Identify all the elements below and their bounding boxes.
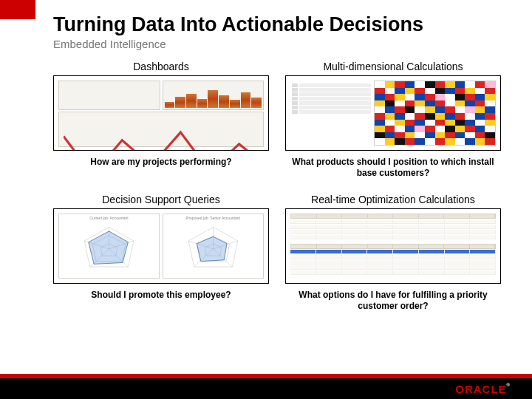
realtime-panel [285,208,501,284]
heatmap-icon [374,81,496,146]
multidimensional-panel [285,75,501,151]
quadrant-dashboards: Dashboards [53,61,269,189]
footer-bar: ORACLE® [0,378,532,399]
table-header-icon [290,214,496,219]
radar-chart-icon [61,222,157,276]
brand-red-block [0,0,35,19]
quadrant-question: Should I promote this employee? [53,290,269,301]
radar-left-label: Current job: Accountant [61,216,157,222]
oracle-logo-text: ORACLE [455,383,506,395]
decision-support-panel: Current job: Accountant [53,208,269,284]
radar-chart-icon [165,222,262,276]
table-row-selected [290,250,496,254]
oracle-logo: ORACLE® [455,383,510,395]
quadrant-multidimensional: Multi-dimensional Calculations [285,61,501,189]
quadrant-heading: Dashboards [53,61,269,72]
quadrant-question: What options do I have for fulfilling a … [285,290,501,312]
svg-marker-8 [89,231,129,264]
quadrant-heading: Decision Support Queries [53,194,269,205]
quadrant-question: How are my projects performing? [53,157,269,168]
quadrant-heading: Real-time Optimization Calculations [285,194,501,205]
slide-subtitle: Embedded Intelligence [53,38,501,50]
quadrant-decision-support: Decision Support Queries Current job: Ac… [53,194,269,322]
slide-title: Turning Data Into Actionable Decisions [53,13,501,36]
dashboards-panel [53,75,269,151]
quadrant-grid: Dashboards [53,61,501,322]
quadrant-question: What products should I position to which… [285,157,501,179]
quadrant-realtime: Real-time Optimization Calculations [285,194,501,322]
radar-right-label: Proposed job: Senior Accountant [165,216,262,222]
trademark-symbol: ® [507,383,510,387]
slide-body: Turning Data Into Actionable Decisions E… [0,0,532,322]
quadrant-heading: Multi-dimensional Calculations [285,61,501,72]
